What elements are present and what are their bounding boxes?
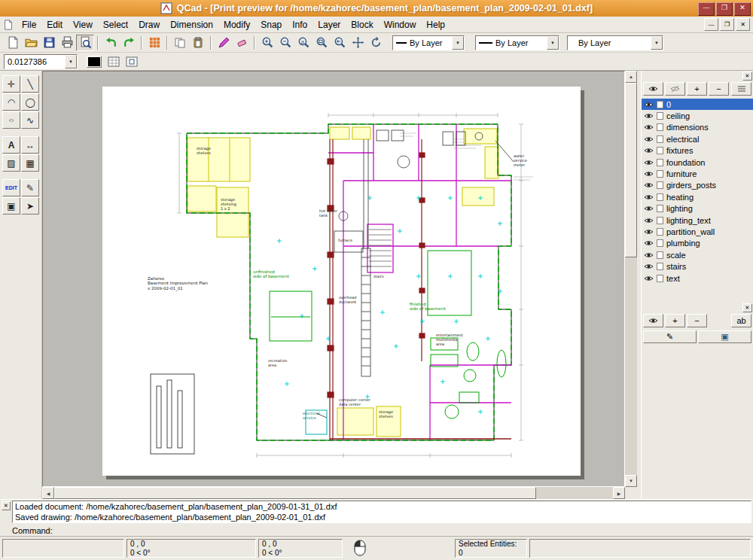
command-dock-close-button[interactable]: ✕ <box>2 501 11 510</box>
select-tool-button[interactable]: ➤ <box>21 197 39 215</box>
draw-pen-button[interactable] <box>215 35 233 51</box>
chevron-down-icon[interactable]: ▼ <box>65 55 77 68</box>
block-tool-button[interactable]: ▣ <box>2 197 20 215</box>
layer-row[interactable]: stairs <box>642 260 753 272</box>
menu-edit[interactable]: Edit <box>41 18 68 32</box>
layer-row[interactable]: heating <box>642 191 753 202</box>
eye-icon[interactable] <box>644 228 654 236</box>
eye-icon[interactable] <box>644 275 654 282</box>
eye-icon[interactable] <box>644 239 654 247</box>
vertical-scroll-thumb[interactable] <box>625 83 637 257</box>
zoom-auto-button[interactable]: a <box>294 35 312 51</box>
save-button[interactable] <box>40 35 58 51</box>
menu-select[interactable]: Select <box>98 18 133 32</box>
vertical-scrollbar[interactable]: ▲ ▼ <box>625 71 637 487</box>
layer-row[interactable]: electrical <box>642 133 753 145</box>
layer-row[interactable]: 0 <box>642 99 753 110</box>
eye-icon[interactable] <box>644 159 654 166</box>
line-tool-button[interactable]: ╲ <box>21 75 39 93</box>
menu-modify[interactable]: Modify <box>218 18 255 32</box>
measure-tool-button[interactable]: ✎ <box>21 179 39 196</box>
arc-tool-button[interactable]: ◠ <box>2 93 20 111</box>
redo-button[interactable] <box>120 35 138 51</box>
point-tool-button[interactable]: ✛ <box>2 75 20 93</box>
layer-row[interactable]: girders_posts <box>642 180 753 191</box>
eye-icon[interactable] <box>644 193 654 201</box>
line-width-combo[interactable]: By Layer ▼ <box>475 35 559 50</box>
eye-icon[interactable] <box>644 147 654 154</box>
scroll-right-button[interactable]: ▶ <box>613 487 625 499</box>
zoom-previous-button[interactable] <box>331 35 349 51</box>
layer-row[interactable]: ceiling <box>642 110 753 121</box>
layer-row[interactable]: lighting_text <box>642 215 753 226</box>
ellipse-tool-button[interactable]: ○ <box>2 111 20 129</box>
layer-row[interactable]: text <box>642 272 753 284</box>
menu-info[interactable]: Info <box>287 18 312 32</box>
redraw-button[interactable] <box>367 35 385 51</box>
mdi-minimize-button[interactable]: — <box>704 18 718 31</box>
layer-row[interactable]: fixtures <box>642 145 753 157</box>
eye-icon[interactable] <box>644 205 654 212</box>
show-all-blocks-button[interactable] <box>643 314 663 327</box>
block-list[interactable] <box>642 345 753 492</box>
layer-row[interactable]: dimensions <box>642 122 753 133</box>
edit-block-button[interactable]: ✎ <box>643 330 697 343</box>
layer-row[interactable]: plumbing <box>642 238 753 249</box>
remove-block-button[interactable]: − <box>687 314 707 327</box>
black-white-toggle-button[interactable] <box>87 56 102 68</box>
mdi-restore-button[interactable]: ❐ <box>720 18 734 31</box>
print-preview-button[interactable] <box>76 35 94 51</box>
zoom-in-button[interactable] <box>258 35 276 51</box>
scroll-left-button[interactable]: ◀ <box>42 487 54 499</box>
rename-block-button[interactable]: ab <box>731 314 751 327</box>
eye-icon[interactable] <box>644 112 654 120</box>
eye-icon[interactable] <box>644 263 654 270</box>
mdi-close-button[interactable]: ✕ <box>736 18 750 31</box>
eye-icon[interactable] <box>644 217 654 224</box>
show-all-layers-button[interactable] <box>643 82 663 96</box>
title-bar[interactable]: QCad - [Print preview for /home/kzahorec… <box>0 0 753 17</box>
circle-tool-button[interactable]: ◯ <box>21 93 39 111</box>
copy-button[interactable] <box>171 35 189 51</box>
dimension-tool-button[interactable]: ↔ <box>21 136 39 154</box>
eye-icon[interactable] <box>644 135 654 143</box>
zoom-out-button[interactable] <box>276 35 294 51</box>
menu-view[interactable]: View <box>68 18 98 32</box>
line-style-combo[interactable]: By Layer ▼ <box>567 35 663 50</box>
image-tool-button[interactable]: ▦ <box>21 154 39 172</box>
add-block-button[interactable]: + <box>665 314 685 327</box>
new-file-button[interactable] <box>4 35 22 51</box>
print-button[interactable] <box>58 35 76 51</box>
menu-help[interactable]: Help <box>421 18 450 32</box>
hatch-tool-button[interactable]: ▨ <box>2 154 20 172</box>
command-input[interactable] <box>56 525 751 536</box>
undo-button[interactable] <box>102 35 120 51</box>
layer-row[interactable]: furniture <box>642 168 753 179</box>
menu-file[interactable]: File <box>17 18 41 32</box>
eraser-button[interactable] <box>233 35 251 51</box>
menu-snap[interactable]: Snap <box>255 18 287 32</box>
layer-panel-close-button[interactable]: ✕ <box>742 72 752 81</box>
window-maximize-button[interactable]: ❐ <box>716 2 733 16</box>
spline-tool-button[interactable]: ∿ <box>21 111 39 129</box>
eye-icon[interactable] <box>644 181 654 189</box>
layer-row[interactable]: scale <box>642 249 753 260</box>
menu-block[interactable]: Block <box>346 18 378 32</box>
chevron-down-icon[interactable]: ▼ <box>547 36 559 50</box>
menu-draw[interactable]: Draw <box>133 18 165 32</box>
layer-details-button[interactable] <box>731 82 751 96</box>
paste-button[interactable] <box>189 35 207 51</box>
horizontal-scroll-thumb[interactable] <box>54 487 536 499</box>
pan-button[interactable] <box>349 35 367 51</box>
horizontal-scrollbar[interactable]: ◀ ▶ <box>42 487 625 499</box>
eye-icon[interactable] <box>644 101 654 108</box>
center-page-button[interactable] <box>123 53 141 70</box>
menu-window[interactable]: Window <box>379 18 422 32</box>
layer-row[interactable]: foundation <box>642 157 753 168</box>
eye-icon[interactable] <box>644 251 654 259</box>
block-panel-close-button[interactable]: ✕ <box>742 303 752 312</box>
menu-layer[interactable]: Layer <box>312 18 346 32</box>
layer-row[interactable]: lighting <box>642 203 753 215</box>
fit-to-page-button[interactable] <box>105 53 123 70</box>
color-combo[interactable]: By Layer ▼ <box>392 35 465 50</box>
